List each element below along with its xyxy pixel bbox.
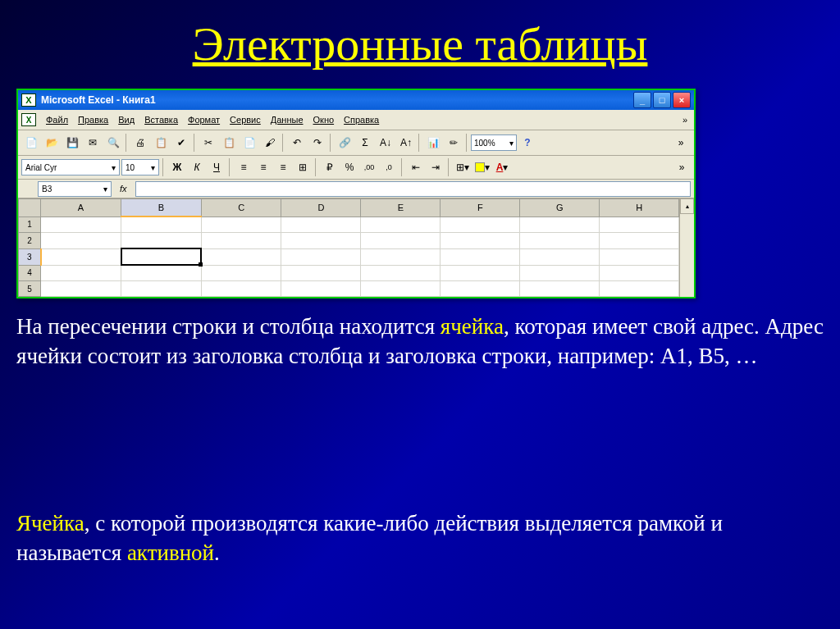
toolbar-overflow-icon[interactable]: » (671, 133, 691, 153)
chart-icon[interactable]: 📊 (423, 133, 443, 153)
cell[interactable] (281, 217, 361, 233)
cell[interactable] (201, 248, 281, 265)
cell[interactable] (361, 281, 441, 297)
menu-format[interactable]: Формат (183, 113, 225, 126)
menu-edit[interactable]: Правка (73, 113, 113, 126)
menu-help[interactable]: Справка (339, 113, 384, 126)
merge-center-icon[interactable]: ⊞ (294, 158, 312, 176)
cell[interactable] (201, 281, 281, 297)
scroll-track[interactable] (680, 214, 694, 297)
maximize-button[interactable]: □ (653, 92, 671, 108)
print-preview-icon[interactable]: 📋 (151, 133, 171, 153)
cut-icon[interactable]: ✂ (199, 133, 218, 153)
col-header-a[interactable]: A (41, 199, 121, 217)
cell[interactable] (361, 265, 441, 281)
cell[interactable] (281, 248, 361, 265)
cell[interactable] (520, 217, 600, 233)
redo-icon[interactable]: ↷ (308, 133, 327, 153)
increase-decimal-icon[interactable]: ,00 (360, 158, 378, 176)
cell[interactable] (600, 217, 679, 233)
row-header-5[interactable]: 5 (19, 281, 41, 297)
paste-icon[interactable]: 📄 (240, 133, 259, 153)
align-right-icon[interactable]: ≡ (274, 158, 292, 176)
row-header-3[interactable]: 3 (19, 248, 41, 265)
menu-window[interactable]: Окно (308, 113, 340, 126)
menu-data[interactable]: Данные (266, 113, 308, 126)
sort-desc-icon[interactable]: A↑ (396, 133, 416, 153)
borders-icon[interactable]: ⊞▾ (454, 158, 472, 176)
formula-input[interactable] (135, 181, 691, 197)
cell[interactable] (201, 217, 281, 233)
decrease-decimal-icon[interactable]: ,0 (380, 158, 398, 176)
cell[interactable] (600, 281, 679, 297)
help-icon[interactable]: ? (518, 133, 537, 153)
increase-indent-icon[interactable]: ⇥ (427, 158, 445, 176)
cell[interactable] (121, 217, 202, 233)
save-icon[interactable]: 💾 (62, 133, 82, 153)
cell[interactable] (361, 233, 441, 249)
cell[interactable] (281, 281, 361, 297)
cell[interactable] (361, 248, 441, 265)
cell[interactable] (520, 281, 600, 297)
search-icon[interactable]: 🔍 (103, 133, 123, 153)
select-all-corner[interactable] (19, 199, 41, 217)
format-overflow-icon[interactable]: » (673, 158, 691, 176)
cell[interactable] (361, 217, 441, 233)
scroll-up-icon[interactable]: ▴ (680, 198, 694, 214)
cell[interactable] (41, 217, 121, 233)
col-header-g[interactable]: G (520, 199, 600, 217)
drawing-icon[interactable]: ✏ (444, 133, 463, 153)
col-header-d[interactable]: D (281, 199, 361, 217)
active-cell-b3[interactable] (121, 248, 202, 265)
menu-tools[interactable]: Сервис (225, 113, 266, 126)
menu-file[interactable]: Файл (41, 113, 73, 126)
col-header-e[interactable]: E (361, 199, 441, 217)
font-size-dropdown[interactable]: 10▾ (121, 159, 159, 175)
cell[interactable] (41, 248, 121, 265)
col-header-h[interactable]: H (600, 199, 679, 217)
font-dropdown[interactable]: Arial Cyr▾ (21, 159, 120, 175)
cell[interactable] (441, 265, 520, 281)
underline-button[interactable]: Ч (208, 158, 226, 176)
cell[interactable] (41, 281, 121, 297)
new-file-icon[interactable]: 📄 (21, 133, 41, 153)
cell[interactable] (520, 233, 600, 249)
menu-insert[interactable]: Вставка (139, 113, 183, 126)
cell[interactable] (441, 248, 520, 265)
font-color-icon[interactable]: A▾ (493, 158, 511, 176)
fill-color-icon[interactable]: ▾ (473, 158, 491, 176)
menu-view[interactable]: Вид (113, 113, 139, 126)
vertical-scrollbar[interactable]: ▴ (679, 198, 694, 297)
cell[interactable] (600, 248, 679, 265)
zoom-dropdown[interactable]: 100%▾ (471, 134, 517, 151)
align-left-icon[interactable]: ≡ (235, 158, 253, 176)
col-header-c[interactable]: C (201, 199, 281, 217)
autosum-icon[interactable]: Σ (355, 133, 375, 153)
cell[interactable] (281, 233, 361, 249)
close-button[interactable]: × (673, 92, 691, 108)
doc-icon[interactable]: X (21, 113, 36, 126)
menu-overflow-icon[interactable]: » (679, 115, 691, 125)
cell[interactable] (201, 265, 281, 281)
cell[interactable] (441, 281, 520, 297)
email-icon[interactable]: ✉ (83, 133, 103, 153)
format-painter-icon[interactable]: 🖌 (260, 133, 280, 153)
row-header-4[interactable]: 4 (19, 265, 41, 281)
cell[interactable] (41, 265, 121, 281)
cell[interactable] (441, 217, 520, 233)
cell[interactable] (121, 265, 202, 281)
align-center-icon[interactable]: ≡ (254, 158, 272, 176)
name-box[interactable]: B3▾ (38, 181, 112, 197)
minimize-button[interactable]: _ (633, 92, 651, 108)
cell[interactable] (600, 265, 679, 281)
cell[interactable] (520, 248, 600, 265)
open-file-icon[interactable]: 📂 (42, 133, 62, 153)
cell[interactable] (41, 233, 121, 249)
cell[interactable] (121, 233, 202, 249)
percent-icon[interactable]: % (340, 158, 358, 176)
row-header-2[interactable]: 2 (19, 233, 41, 249)
bold-button[interactable]: Ж (168, 158, 186, 176)
spell-check-icon[interactable]: ✔ (171, 133, 191, 153)
decrease-indent-icon[interactable]: ⇤ (407, 158, 425, 176)
undo-icon[interactable]: ↶ (287, 133, 307, 153)
